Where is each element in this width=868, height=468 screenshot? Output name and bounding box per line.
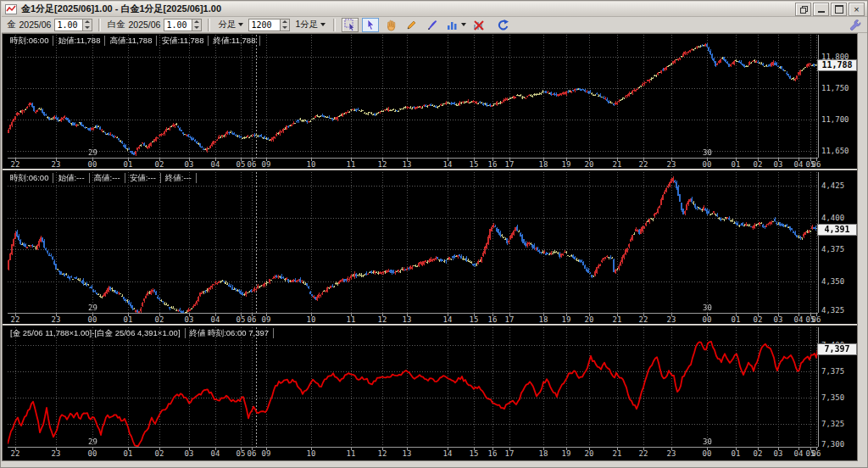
spin-down-icon[interactable] bbox=[192, 25, 201, 31]
pencil-tool-button[interactable] bbox=[403, 18, 420, 32]
pointer-tool-button[interactable] bbox=[362, 18, 379, 32]
x-axis-label: 06 bbox=[248, 315, 257, 324]
close-button[interactable]: × bbox=[849, 3, 865, 16]
platinum-multiplier-spinner[interactable] bbox=[164, 19, 202, 31]
pane-splitter[interactable] bbox=[3, 169, 857, 170]
x-axis-label: 18 bbox=[539, 449, 548, 458]
x-axis-label: 13 bbox=[403, 160, 412, 169]
x-axis-label: 11 bbox=[347, 160, 356, 169]
x-axis-label: 16 bbox=[488, 160, 498, 169]
spread-chart-canvas[interactable] bbox=[8, 327, 818, 447]
platinum-label: 白金 bbox=[107, 19, 125, 31]
bar-count-input[interactable] bbox=[249, 20, 280, 31]
gold-multiplier-spinner[interactable] bbox=[54, 19, 92, 31]
x-axis-label: 16 bbox=[488, 449, 498, 458]
header-open: 始値:--- bbox=[53, 173, 89, 183]
platinum-current-price-box: 4,391 bbox=[817, 224, 857, 236]
gold-time-axis: 2223000102030405060910111213141516171819… bbox=[8, 158, 818, 170]
hand-tool-button[interactable] bbox=[382, 18, 399, 32]
x-axis-label: 00 bbox=[88, 160, 97, 169]
spread-time-axis: 2223000102030405060910111213141516171819… bbox=[8, 447, 818, 459]
x-axis-label: 18 bbox=[539, 160, 548, 169]
y-axis-label: 7,375 bbox=[821, 367, 844, 376]
platinum-pane: 4,4254,4004,3754,3504,325 4,391 時刻:06:00… bbox=[3, 172, 857, 324]
x-axis-label: 09 bbox=[262, 160, 271, 169]
x-axis-label: 10 bbox=[307, 449, 316, 458]
x-axis-label: 14 bbox=[443, 160, 453, 169]
bar-type-dropdown[interactable]: 分足 bbox=[216, 19, 245, 31]
header-close: 終値:--- bbox=[161, 173, 197, 183]
gold-chart-canvas[interactable] bbox=[8, 35, 818, 158]
x-axis-label: 13 bbox=[403, 315, 412, 324]
pane-splitter[interactable] bbox=[3, 324, 857, 326]
header-open: 始値:11,788 bbox=[53, 36, 105, 46]
interval-dropdown[interactable]: 1分足 bbox=[293, 19, 327, 31]
header-time: 時刻:06:00 bbox=[6, 173, 53, 183]
x-axis-label: 03 bbox=[774, 315, 783, 324]
window-title: 金1分足[2025/06]1.00 - 白金1分足[2025/06]1.00 bbox=[21, 3, 221, 15]
gold-ohlc-header: 時刻:06:00 始値:11,788 高値:11,788 安値:11,788 終… bbox=[6, 36, 260, 46]
spin-down-icon[interactable] bbox=[83, 25, 92, 31]
x-axis-label: 12 bbox=[378, 315, 387, 324]
y-axis-label: 7,300 bbox=[821, 440, 844, 448]
pointer-icon bbox=[364, 19, 377, 31]
chart-type-button[interactable] bbox=[443, 18, 460, 32]
refresh-icon bbox=[497, 19, 509, 31]
x-axis-label: 02 bbox=[155, 315, 164, 324]
app-icon bbox=[5, 4, 17, 14]
x-axis-label: 01 bbox=[124, 160, 133, 169]
spread-formula-header: [金 25/06 11,788×1.00]-[白金 25/06 4,391×1.… bbox=[6, 328, 274, 338]
x-axis-label: 15 bbox=[470, 315, 479, 324]
x-axis-label: 01 bbox=[124, 315, 133, 324]
title-bar: 金1分足[2025/06]1.00 - 白金1分足[2025/06]1.00 × bbox=[2, 2, 868, 17]
x-axis-label: 23 bbox=[52, 449, 61, 458]
x-axis-label: 01 bbox=[732, 315, 741, 324]
bar-chart-icon bbox=[446, 19, 459, 31]
x-axis-label: 15 bbox=[470, 160, 479, 169]
platinum-chart-canvas[interactable] bbox=[8, 172, 818, 313]
x-axis-label: 12 bbox=[378, 160, 387, 169]
y-axis-label: 11,650 bbox=[821, 147, 849, 155]
x-axis-label: 12 bbox=[378, 449, 387, 458]
refresh-button[interactable] bbox=[494, 18, 511, 32]
y-axis-label: 11,700 bbox=[821, 115, 849, 124]
spread-current-price-box: 7,397 bbox=[817, 343, 857, 355]
x-axis-label: 17 bbox=[505, 160, 515, 169]
x-axis-label: 21 bbox=[613, 160, 622, 169]
gold-pane: 11,80011,75011,70011,650 11,788 時刻:06:00… bbox=[3, 35, 857, 169]
x-axis-label: 04 bbox=[794, 315, 804, 324]
spin-down-icon[interactable] bbox=[281, 25, 289, 31]
chevron-down-icon bbox=[238, 23, 243, 26]
chart-type-dropdown-icon[interactable] bbox=[461, 23, 466, 26]
x-axis-label: 17 bbox=[505, 449, 515, 458]
y-axis-label: 4,375 bbox=[821, 245, 844, 254]
x-axis-label: 19 bbox=[562, 449, 571, 458]
brush-tool-button[interactable] bbox=[423, 18, 440, 32]
gold-multiplier-input[interactable] bbox=[55, 20, 82, 31]
y-axis-label: 4,400 bbox=[821, 214, 844, 222]
platinum-time-axis: 2223000102030405060910111213141516171819… bbox=[8, 313, 818, 325]
maximize-button[interactable] bbox=[831, 3, 847, 16]
x-axis-label: 19 bbox=[562, 315, 571, 324]
x-axis-label: 10 bbox=[307, 315, 316, 324]
settings-wrench-button[interactable] bbox=[846, 18, 863, 32]
wrench-icon bbox=[849, 19, 861, 31]
header-formula: [金 25/06 11,788×1.00]-[白金 25/06 4,391×1.… bbox=[6, 328, 186, 338]
gold-current-price-box: 11,788 bbox=[817, 59, 857, 71]
x-axis-label: 09 bbox=[262, 315, 271, 324]
x-axis-label: 19 bbox=[562, 160, 571, 169]
platinum-multiplier-input[interactable] bbox=[164, 20, 192, 31]
platinum-contract-month: 2025/06 bbox=[128, 20, 160, 30]
x-axis-label: 11 bbox=[347, 315, 356, 324]
float-window-button[interactable] bbox=[795, 3, 811, 16]
toolbar: 金 2025/06 白金 2025/06 分足 1分足 bbox=[2, 17, 868, 33]
bar-count-spinner[interactable] bbox=[248, 19, 290, 31]
y-axis-label: 7,350 bbox=[821, 393, 844, 402]
delete-chart-button[interactable] bbox=[470, 18, 487, 32]
select-box-tool-button[interactable] bbox=[342, 18, 359, 32]
x-axis-label: 22 bbox=[639, 449, 648, 458]
x-axis-label: 04 bbox=[211, 449, 220, 458]
x-axis-label: 22 bbox=[11, 315, 20, 324]
minimize-button[interactable] bbox=[813, 3, 829, 16]
app-window: 金1分足[2025/06]1.00 - 白金1分足[2025/06]1.00 ×… bbox=[0, 0, 868, 468]
